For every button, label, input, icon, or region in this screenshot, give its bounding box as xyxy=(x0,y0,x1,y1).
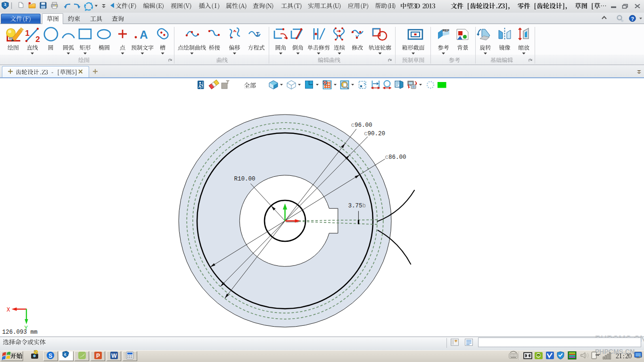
svg-text:1: 1 xyxy=(25,29,29,38)
svg-text:PHPCMS.CN: PHPCMS.CN xyxy=(595,348,635,355)
svg-text:X: X xyxy=(7,307,10,313)
svg-text:?: ? xyxy=(631,16,634,22)
svg-text:R10.00: R10.00 xyxy=(234,176,256,182)
svg-text:P: P xyxy=(96,353,100,359)
svg-text:2: 2 xyxy=(35,35,40,44)
svg-text:S: S xyxy=(49,353,52,359)
svg-text:3.75: 3.75 xyxy=(348,203,363,209)
svg-text:86.00: 86.00 xyxy=(388,154,406,161)
svg-text:c: c xyxy=(364,131,368,137)
svg-text:W: W xyxy=(111,353,117,359)
svg-text:A: A xyxy=(140,28,148,41)
svg-text:90.20: 90.20 xyxy=(368,131,386,137)
svg-text:b: b xyxy=(363,203,366,209)
svg-text:REF: REF xyxy=(443,29,450,32)
svg-text:c: c xyxy=(385,154,389,161)
svg-text:96.00: 96.00 xyxy=(355,122,372,129)
svg-text:c: c xyxy=(351,122,355,129)
svg-text:Σ: Σ xyxy=(256,31,260,38)
svg-text:126.093 mm: 126.093 mm xyxy=(2,329,38,336)
